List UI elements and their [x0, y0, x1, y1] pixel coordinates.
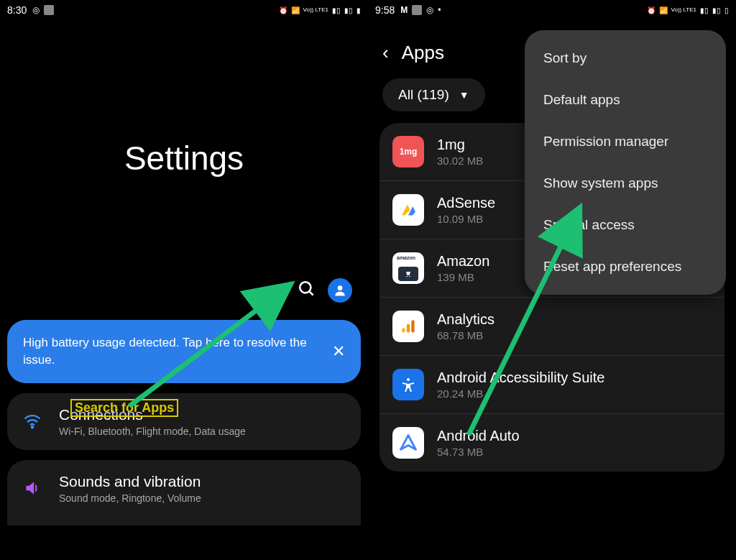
right-screenshot: 9:58 M ◎ • ⏰ 📶 Vo)) LTE1 ▮▯ ▮▯ ▯ ‹ Apps … — [368, 0, 736, 560]
app-icon — [392, 194, 424, 226]
card-subtitle: Wi-Fi, Bluetooth, Flight mode, Data usag… — [59, 426, 246, 437]
app-row-accessibility[interactable]: Android Accessibility Suite 20.24 MB — [380, 356, 724, 414]
battery-icon: ▮ — [356, 6, 361, 14]
status-right-icons: ⏰ 📶 Vo)) LTE1 ▮▯ ▮▯ ▯ — [647, 6, 729, 14]
close-icon[interactable]: ✕ — [332, 340, 345, 362]
app-size: 10.09 MB — [437, 213, 495, 225]
wifi-icon: 📶 — [659, 6, 668, 14]
filter-dropdown[interactable]: All (119) ▼ — [382, 78, 485, 111]
svg-point-0 — [300, 282, 310, 293]
annotation-label: Search for Apps — [70, 399, 178, 417]
app-row-analytics[interactable]: Analytics 68.78 MB — [380, 298, 724, 356]
svg-point-6 — [409, 276, 410, 277]
signal-icon: ▮▯ — [332, 6, 341, 14]
signal-icon-2: ▮▯ — [712, 6, 721, 14]
sounds-card[interactable]: Sounds and vibration Sound mode, Rington… — [7, 460, 361, 525]
chevron-down-icon: ▼ — [459, 89, 469, 101]
app-row-android-auto[interactable]: Android Auto 54.73 MB — [380, 414, 724, 472]
menu-sort-by[interactable]: Sort by — [525, 37, 726, 79]
status-left-icons: M ◎ • — [400, 5, 441, 15]
app-name: 1mg — [437, 137, 483, 153]
alert-text: High battery usage detected. Tap here to… — [23, 336, 307, 367]
card-title: Sounds and vibration — [59, 473, 201, 490]
app-icon: amazon — [392, 252, 424, 284]
svg-rect-8 — [407, 324, 410, 333]
svg-line-1 — [309, 291, 313, 295]
svg-rect-7 — [402, 328, 405, 333]
status-time: 8:30 — [7, 4, 27, 16]
alarm-icon: ⏰ — [647, 6, 656, 14]
search-icon[interactable] — [298, 280, 316, 301]
wifi-icon: 📶 — [291, 6, 300, 14]
menu-show-system-apps[interactable]: Show system apps — [525, 162, 726, 204]
app-icon: 1mg — [392, 136, 424, 167]
svg-point-3 — [32, 426, 33, 428]
app-size: 139 MB — [437, 271, 489, 283]
back-icon[interactable]: ‹ — [382, 42, 389, 64]
status-left-icons: ◎ — [32, 5, 54, 15]
sound-icon — [22, 479, 43, 497]
app-size: 54.73 MB — [437, 446, 520, 458]
app-name: AdSense — [437, 195, 495, 211]
status-right-icons: ⏰ 📶 Vo)) LTE1 ▮▯ ▮▯ ▮ — [279, 6, 361, 14]
menu-reset-app-prefs[interactable]: Reset app preferences — [525, 246, 726, 288]
header-title: Apps — [402, 42, 444, 64]
app-name: Analytics — [437, 311, 494, 328]
filter-label: All (119) — [398, 87, 449, 103]
status-bar: 9:58 M ◎ • ⏰ 📶 Vo)) LTE1 ▮▯ ▮▯ ▯ — [368, 0, 736, 20]
status-bar: 8:30 ◎ ⏰ 📶 Vo)) LTE1 ▮▯ ▮▯ ▮ — [0, 0, 368, 20]
battery-icon: ▯ — [724, 6, 729, 14]
signal-icon: ▮▯ — [700, 6, 709, 14]
action-row — [0, 278, 368, 303]
signal-icon-2: ▮▯ — [344, 6, 353, 14]
wifi-icon — [22, 411, 43, 431]
menu-default-apps[interactable]: Default apps — [525, 79, 726, 121]
overflow-menu: Sort by Default apps Permission manager … — [525, 30, 726, 295]
left-screenshot: 8:30 ◎ ⏰ 📶 Vo)) LTE1 ▮▯ ▮▯ ▮ Settings Hi… — [0, 0, 368, 560]
app-icon — [392, 427, 424, 459]
instagram-icon: ◎ — [32, 5, 40, 15]
alarm-icon: ⏰ — [279, 6, 288, 14]
menu-special-access[interactable]: Special access — [525, 204, 726, 246]
menu-permission-manager[interactable]: Permission manager — [525, 121, 726, 162]
app-notification-icon — [44, 5, 54, 15]
connections-card[interactable]: Connections Wi-Fi, Bluetooth, Flight mod… — [7, 393, 361, 450]
app-size: 30.02 MB — [437, 155, 483, 167]
status-time: 9:58 — [375, 4, 395, 16]
app-notification-icon — [412, 5, 422, 15]
app-icon — [392, 311, 424, 342]
volte-icon: Vo)) LTE1 — [303, 7, 328, 13]
app-size: 68.78 MB — [437, 329, 494, 341]
svg-point-5 — [406, 276, 408, 277]
page-title: Settings — [0, 139, 368, 178]
profile-icon[interactable] — [328, 278, 352, 303]
dot-icon: • — [438, 5, 441, 15]
app-icon — [392, 369, 424, 400]
svg-rect-9 — [411, 320, 414, 332]
svg-point-10 — [407, 378, 410, 381]
card-subtitle: Sound mode, Ringtone, Volume — [59, 492, 201, 504]
m-icon: M — [400, 5, 408, 15]
app-name: Amazon — [437, 253, 489, 270]
battery-alert-card[interactable]: High battery usage detected. Tap here to… — [7, 320, 361, 383]
instagram-icon: ◎ — [426, 5, 433, 15]
volte-icon: Vo)) LTE1 — [671, 7, 696, 13]
app-size: 20.24 MB — [437, 387, 604, 400]
app-name: Android Accessibility Suite — [437, 369, 604, 386]
app-name: Android Auto — [437, 428, 520, 444]
svg-point-2 — [338, 285, 343, 290]
